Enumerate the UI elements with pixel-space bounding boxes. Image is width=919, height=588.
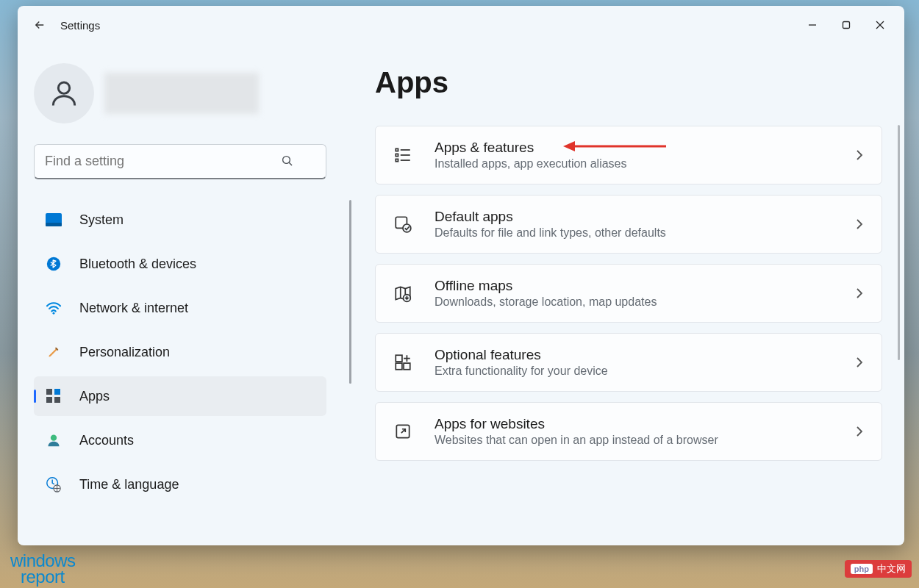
svg-rect-29 [404,363,410,370]
svg-point-15 [51,435,57,441]
card-title: Default apps [435,209,833,225]
sidebar-item-label: Apps [79,389,110,404]
card-apps-websites[interactable]: Apps for websites Websites that can open… [375,402,882,461]
svg-rect-7 [46,213,62,224]
chevron-right-icon [854,149,865,161]
wifi-icon [46,300,62,316]
list-icon [392,144,414,166]
map-icon [392,282,414,304]
close-button[interactable] [863,9,897,41]
svg-rect-14 [54,397,60,403]
optional-features-icon [392,351,414,373]
card-text: Offline maps Downloads, storage location… [435,278,833,309]
chevron-right-icon [854,287,865,299]
minimize-icon [808,21,817,29]
window-title: Settings [60,19,100,32]
card-text: Apps for websites Websites that can open… [435,416,833,447]
card-description: Websites that can open in an app instead… [435,434,833,447]
sidebar-item-label: Time & language [79,477,179,492]
minimize-button[interactable] [795,9,829,41]
svg-rect-20 [396,154,398,156]
sidebar-item-system[interactable]: System [34,200,326,240]
sidebar-item-personalization[interactable]: Personalization [34,332,326,372]
svg-point-25 [403,224,411,232]
accounts-icon [46,432,62,448]
svg-rect-22 [396,159,398,161]
svg-rect-1 [843,22,850,29]
sidebar-item-label: Network & internet [79,301,188,316]
svg-point-5 [283,157,290,164]
svg-point-10 [53,312,55,315]
svg-rect-27 [396,355,402,362]
svg-rect-13 [46,397,52,403]
avatar [34,63,94,123]
person-icon [48,77,80,110]
svg-point-4 [58,82,69,93]
window-controls [795,9,897,41]
chevron-right-icon [854,426,865,437]
arrow-left-icon [33,18,46,32]
sidebar-item-label: System [79,212,124,228]
account-name-redacted [104,73,259,114]
svg-rect-12 [54,389,60,395]
close-icon [876,21,884,29]
external-link-icon [392,420,414,442]
chevron-right-icon [854,356,865,368]
svg-rect-18 [396,148,398,151]
card-title: Apps & features [435,140,833,156]
sidebar-item-label: Accounts [79,433,134,448]
card-optional-features[interactable]: Optional features Extra functionality fo… [375,333,882,392]
card-title: Offline maps [435,278,833,294]
card-description: Downloads, storage location, map updates [435,295,833,309]
back-button[interactable] [25,10,54,40]
clock-globe-icon [46,476,62,492]
default-apps-icon [392,213,414,235]
maximize-button[interactable] [829,9,863,41]
sidebar-item-apps[interactable]: Apps [34,376,326,416]
svg-line-6 [289,162,292,165]
card-description: Defaults for file and link types, other … [435,226,833,240]
card-offline-maps[interactable]: Offline maps Downloads, storage location… [375,264,882,323]
system-icon [46,212,62,228]
card-text: Apps & features Installed apps, app exec… [435,140,833,171]
svg-rect-8 [46,223,62,226]
search-icon [281,154,296,169]
svg-rect-11 [46,389,52,395]
titlebar: Settings [18,6,904,44]
card-description: Installed apps, app execution aliases [435,157,833,171]
card-text: Optional features Extra functionality fo… [435,347,833,378]
card-apps-features[interactable]: Apps & features Installed apps, app exec… [375,126,882,184]
page-title: Apps [375,66,882,99]
paintbrush-icon [46,344,62,360]
sidebar-item-label: Bluetooth & devices [79,257,196,272]
watermark-left: windows report [10,553,76,585]
chevron-right-icon [854,218,865,230]
main-scrollbar[interactable] [898,125,900,360]
settings-window: Settings [18,6,904,545]
card-description: Extra functionality for your device [435,365,833,378]
sidebar-item-time-language[interactable]: Time & language [34,465,326,504]
sidebar-item-bluetooth[interactable]: Bluetooth & devices [34,244,326,284]
sidebar-item-accounts[interactable]: Accounts [34,420,326,460]
sidebar-item-network[interactable]: Network & internet [34,288,326,328]
php-tag: php [851,564,873,574]
apps-icon [46,388,62,404]
card-title: Optional features [435,347,833,363]
card-default-apps[interactable]: Default apps Defaults for file and link … [375,195,882,254]
card-text: Default apps Defaults for file and link … [435,209,833,240]
card-title: Apps for websites [435,416,833,432]
settings-cards: Apps & features Installed apps, app exec… [375,126,882,461]
sidebar: System Bluetooth & devices Network & int… [18,44,356,545]
bluetooth-icon [46,256,62,272]
svg-rect-28 [396,363,402,370]
sidebar-nav: System Bluetooth & devices Network & int… [34,200,340,509]
main-panel: Apps Apps & features Installed apps, app… [356,44,904,545]
sidebar-item-label: Personalization [79,345,170,360]
account-profile[interactable] [34,63,340,123]
sidebar-scrollbar[interactable] [349,200,351,384]
maximize-icon [842,21,851,29]
content-area: System Bluetooth & devices Network & int… [18,44,904,545]
watermark-right: php 中文网 [845,560,912,578]
search-container [34,144,340,179]
